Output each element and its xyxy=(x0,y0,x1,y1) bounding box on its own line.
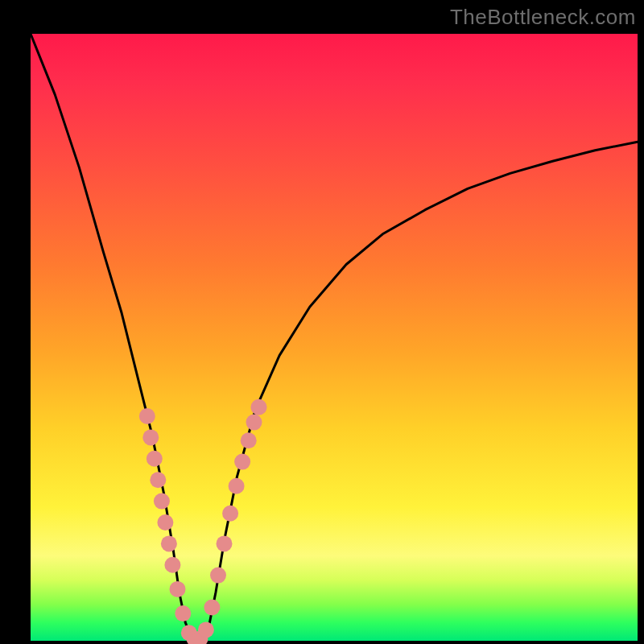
marker-dot xyxy=(175,605,191,621)
marker-dot xyxy=(217,535,233,551)
main-curve-path xyxy=(31,34,638,640)
marker-dot xyxy=(139,408,155,424)
marker-dot xyxy=(241,432,257,448)
marker-dot xyxy=(198,621,214,638)
marker-dot xyxy=(170,581,186,597)
chart-root: TheBottleneck.com xyxy=(0,0,644,644)
marker-dot xyxy=(147,451,163,467)
marker-dot xyxy=(234,454,250,470)
marker-dot xyxy=(222,506,238,522)
marker-dot xyxy=(150,472,166,488)
marker-dot xyxy=(157,514,173,530)
marker-dot xyxy=(161,535,177,551)
curve-overlay xyxy=(31,34,638,641)
marker-dot xyxy=(154,493,170,510)
marker-dot xyxy=(164,557,180,573)
watermark-text: TheBottleneck.com xyxy=(450,5,636,30)
data-markers xyxy=(139,399,267,644)
marker-dot xyxy=(246,415,262,431)
marker-dot xyxy=(229,478,245,494)
marker-dot xyxy=(251,399,267,415)
bottleneck-curve xyxy=(31,34,638,640)
marker-dot xyxy=(204,600,220,616)
marker-dot xyxy=(142,429,159,445)
marker-dot xyxy=(210,568,226,584)
plot-area xyxy=(31,34,638,641)
